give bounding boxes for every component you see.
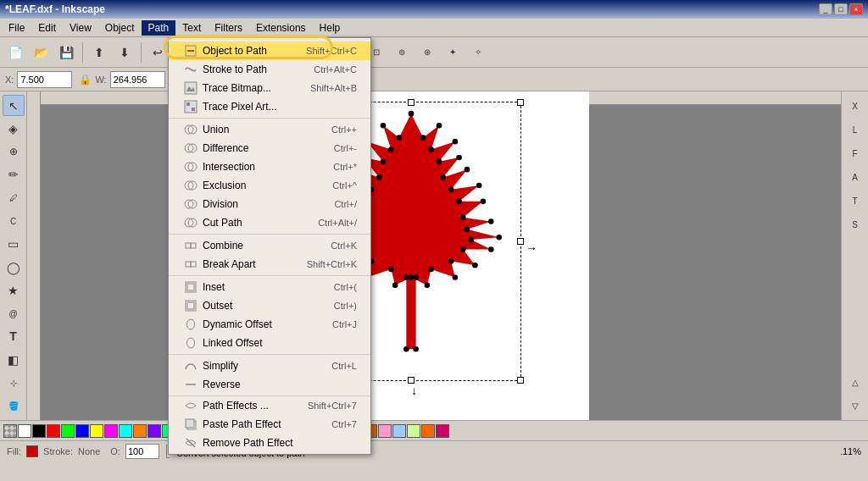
spiral-tool[interactable]: @: [3, 303, 25, 324]
difference-item[interactable]: Difference Ctrl+-: [169, 139, 370, 158]
transform-button[interactable]: T: [844, 190, 866, 212]
node-tool[interactable]: ◈: [3, 118, 25, 139]
import-button[interactable]: ⬆: [87, 41, 111, 64]
svg-point-20: [488, 246, 494, 252]
svg-rect-75: [186, 262, 191, 267]
simplify-item[interactable]: Simplify Ctrl+L: [169, 357, 370, 375]
ellipse-tool[interactable]: ◯: [3, 257, 25, 278]
calligraphy-tool[interactable]: C: [3, 210, 25, 231]
align-button[interactable]: A: [844, 166, 866, 188]
minimize-button[interactable]: _: [819, 3, 832, 15]
color-swatch-orange[interactable]: [133, 424, 147, 438]
x-coord-input[interactable]: [17, 71, 72, 88]
trace-bitmap-item[interactable]: Trace Bitmap... Shift+Alt+B: [169, 79, 370, 97]
intersection-item[interactable]: Intersection Ctrl+*: [169, 158, 370, 176]
dropper-tool[interactable]: ⊹: [3, 372, 25, 393]
color-swatch-skyblue[interactable]: [392, 424, 406, 438]
break-apart-item[interactable]: Break Apart Shift+Ctrl+K: [169, 255, 370, 274]
snap-button-9[interactable]: ✧: [466, 41, 490, 64]
color-swatch-white[interactable]: [18, 424, 31, 438]
menu-view[interactable]: View: [63, 20, 98, 36]
w-coord-input[interactable]: [110, 71, 165, 88]
text-tool[interactable]: T: [3, 326, 25, 347]
svg-point-13: [456, 199, 462, 205]
symbols-button[interactable]: S: [844, 213, 866, 235]
pencil-tool[interactable]: ✏: [3, 164, 25, 185]
inset-shortcut: Ctrl+(: [334, 282, 357, 292]
trace-pixel-art-icon: [182, 100, 199, 113]
rect-tool[interactable]: ▭: [3, 234, 25, 255]
stroke-to-path-item[interactable]: Stroke to Path Ctrl+Alt+C: [169, 60, 370, 79]
canvas[interactable]: → ↓: [41, 105, 841, 420]
snap-button-6[interactable]: ⊚: [390, 41, 414, 64]
menu-text[interactable]: Text: [175, 20, 208, 36]
cut-path-item[interactable]: Cut Path Ctrl+Alt+/: [169, 213, 370, 232]
combine-item[interactable]: Combine Ctrl+K: [169, 236, 370, 255]
undo-button[interactable]: ↩: [146, 41, 170, 64]
inset-item[interactable]: Inset Ctrl+(: [169, 278, 370, 296]
scroll-button-down[interactable]: ▽: [844, 395, 866, 417]
color-swatch-pink[interactable]: [378, 424, 392, 438]
menu-help[interactable]: Help: [313, 20, 348, 36]
division-item[interactable]: Division Ctrl+/: [169, 195, 370, 213]
color-swatch-darkorange[interactable]: [421, 424, 435, 438]
menu-path[interactable]: Path: [142, 20, 176, 36]
gradient-tool[interactable]: ◧: [3, 349, 25, 370]
color-swatch-mint[interactable]: [407, 424, 420, 438]
handle-right-arrow[interactable]: →: [526, 241, 537, 255]
lock-icon[interactable]: 🔒: [79, 74, 92, 86]
menu-filters[interactable]: Filters: [208, 20, 249, 36]
export-button[interactable]: ⬇: [113, 41, 136, 64]
snap-button-7[interactable]: ⊛: [415, 41, 439, 64]
color-swatch-green[interactable]: [61, 424, 75, 438]
scroll-button-up[interactable]: △: [844, 371, 866, 393]
color-swatch-yellow[interactable]: [90, 424, 103, 438]
exclusion-item[interactable]: Exclusion Ctrl+^: [169, 176, 370, 195]
menu-edit[interactable]: Edit: [31, 20, 63, 36]
fill-stroke-button[interactable]: F: [844, 142, 866, 164]
outset-item[interactable]: Outset Ctrl+): [169, 296, 370, 315]
menu-extensions[interactable]: Extensions: [249, 20, 313, 36]
paste-path-effect-item[interactable]: Paste Path Effect Ctrl+7: [169, 415, 370, 434]
zoom-tool[interactable]: ⊕: [3, 141, 25, 163]
dynamic-offset-item[interactable]: Dynamic Offset Ctrl+J: [169, 315, 370, 334]
maximize-button[interactable]: □: [834, 3, 848, 15]
layers-button[interactable]: L: [844, 119, 866, 141]
canvas-area[interactable]: → ↓: [27, 91, 841, 420]
color-swatch-red[interactable]: [47, 424, 60, 438]
exclusion-icon: [182, 179, 199, 192]
linked-offset-item[interactable]: Linked Offset: [169, 334, 370, 352]
new-button[interactable]: 📄: [3, 41, 27, 64]
fill-color-swatch[interactable]: [26, 445, 38, 457]
xml-editor-button[interactable]: X: [844, 95, 866, 117]
reverse-item[interactable]: Reverse: [169, 375, 370, 394]
menu-file[interactable]: File: [2, 20, 31, 36]
color-swatch-crimson[interactable]: [436, 424, 449, 438]
transparent-swatch[interactable]: [3, 424, 17, 438]
snap-button-8[interactable]: ✦: [441, 41, 465, 64]
paint-bucket-tool[interactable]: 🪣: [3, 395, 25, 417]
path-effects-item[interactable]: Path Effects ... Shift+Ctrl+7: [169, 396, 370, 415]
object-to-path-item[interactable]: Object to Path Shift+Ctrl+C: [169, 41, 370, 60]
handle-bottom-arrow[interactable]: ↓: [411, 384, 417, 397]
color-swatch-black[interactable]: [32, 424, 46, 438]
remove-path-effect-item[interactable]: Remove Path Effect: [169, 434, 370, 452]
opacity-input[interactable]: [125, 444, 159, 459]
exclusion-label: Exclusion: [203, 180, 326, 191]
open-button[interactable]: 📂: [29, 41, 53, 64]
color-swatch-purple[interactable]: [147, 424, 161, 438]
trace-pixel-art-item[interactable]: Trace Pixel Art...: [169, 97, 370, 116]
color-swatch-magenta[interactable]: [104, 424, 118, 438]
toolbar-sep2: [141, 42, 142, 63]
select-tool[interactable]: ↖: [3, 95, 25, 116]
color-swatch-cyan[interactable]: [119, 424, 132, 438]
union-item[interactable]: Union Ctrl++: [169, 120, 370, 139]
close-button[interactable]: ×: [849, 3, 863, 15]
save-button[interactable]: 💾: [54, 41, 78, 64]
pen-tool[interactable]: 🖊: [3, 187, 25, 208]
svg-point-4: [437, 123, 442, 129]
color-swatch-blue[interactable]: [75, 424, 89, 438]
menu-object[interactable]: Object: [98, 20, 142, 36]
star-tool[interactable]: ★: [3, 279, 25, 301]
simplify-shortcut: Ctrl+L: [331, 361, 357, 371]
